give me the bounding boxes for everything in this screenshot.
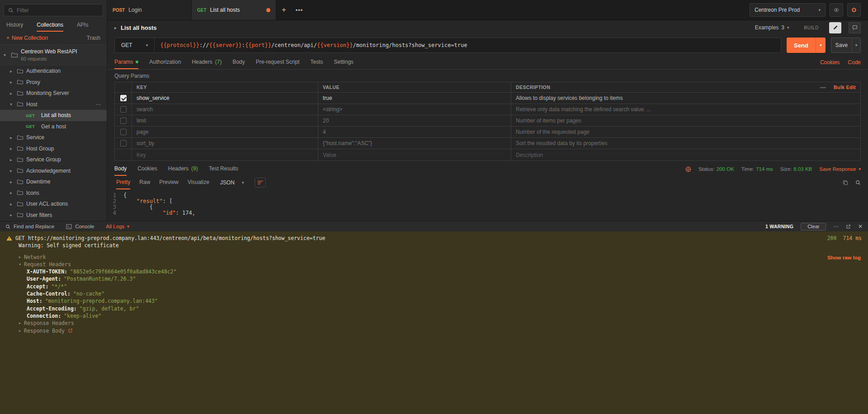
request-tab-login[interactable]: POST Login [107, 0, 192, 20]
tab-apis[interactable]: APIs [77, 22, 88, 32]
param-value[interactable]: {"host.name":"ASC"} [318, 138, 511, 149]
tab-history[interactable]: History [6, 22, 23, 32]
param-value[interactable]: 20 [318, 115, 511, 126]
environment-selector[interactable]: Centreon Pre Prod ▾ [750, 3, 826, 17]
tab-settings[interactable]: Settings [334, 56, 354, 69]
response-tab-cookies[interactable]: Cookies [137, 162, 157, 176]
external-link-icon[interactable] [68, 328, 73, 333]
param-checkbox[interactable] [120, 106, 127, 113]
param-key[interactable]: sort_by [132, 138, 318, 149]
param-key[interactable]: limit [132, 115, 318, 126]
console-options-icon[interactable]: ⋯ [833, 223, 839, 230]
view-tab-preview[interactable]: Preview [159, 176, 179, 189]
wrap-lines-button[interactable] [255, 178, 266, 188]
sidebar-folder-host[interactable]: ▾ Host ⋯ [0, 99, 107, 110]
comments-button[interactable] [849, 22, 861, 33]
params-options-icon[interactable]: ⋯ [820, 84, 826, 91]
environment-quick-look-button[interactable] [830, 3, 843, 17]
url-input[interactable]: {{protocol}}://{{server}}:{{port}}/centr… [155, 38, 781, 52]
method-selector[interactable]: GET ▾ [115, 38, 155, 52]
sidebar-folder-authentication[interactable]: ▸ Authentication [0, 66, 107, 77]
close-console-icon[interactable]: ✕ [858, 223, 863, 230]
tab-collections[interactable]: Collections [37, 22, 63, 32]
save-options-button[interactable]: ▾ [852, 38, 861, 53]
save-response-button[interactable]: Save Response ▾ [819, 166, 861, 172]
param-checkbox[interactable] [120, 129, 127, 135]
console-response-body-toggle[interactable]: ▸ Response Body [6, 327, 862, 334]
find-and-replace-button[interactable]: Find and Replace [5, 224, 54, 229]
param-description[interactable]: Number of the requested page [511, 127, 860, 137]
sidebar-folder-user-filters[interactable]: ▸ User filters [0, 210, 107, 221]
sidebar-folder-proxy[interactable]: ▸ Proxy [0, 77, 107, 88]
log-filter-dropdown[interactable]: All Logs ▾ [106, 224, 129, 229]
new-tab-button[interactable]: + [276, 0, 292, 20]
settings-button[interactable] [847, 3, 861, 17]
sidebar-folder-host-group[interactable]: ▸ Host Group [0, 143, 107, 155]
sidebar-folder-icons[interactable]: ▸ Icons [0, 188, 107, 199]
tab-params[interactable]: Params [114, 56, 138, 69]
param-checkbox-checked[interactable] [120, 95, 127, 101]
edit-request-button[interactable] [829, 22, 841, 33]
show-raw-log-link[interactable]: Show raw log [827, 254, 861, 261]
filter-input[interactable] [17, 7, 99, 14]
param-key[interactable]: show_service [132, 93, 318, 104]
code-link[interactable]: Code [848, 59, 861, 66]
folder-options-icon[interactable]: ⋯ [95, 101, 101, 108]
examples-dropdown[interactable]: Examples 3 ▾ [755, 24, 789, 31]
format-selector[interactable]: JSON ▾ [218, 176, 246, 189]
sidebar-request-list-all-hosts[interactable]: GET List all hosts [0, 110, 107, 121]
tab-options-button[interactable]: ••• [292, 0, 307, 20]
view-tab-raw[interactable]: Raw [139, 176, 150, 189]
param-key-placeholder[interactable]: Key [132, 149, 318, 160]
param-checkbox[interactable] [120, 140, 127, 146]
sidebar-folder-acknowledgement[interactable]: ▸ Acknowledgement [0, 165, 107, 177]
param-description[interactable]: Number of items per pages [511, 115, 860, 126]
param-value[interactable]: true [318, 93, 511, 104]
save-button[interactable]: Save [831, 38, 852, 53]
view-tab-pretty[interactable]: Pretty [116, 176, 130, 189]
console-request-headers-toggle[interactable]: ▾ Request Headers [6, 261, 862, 268]
sidebar-folder-user-acl-actions[interactable]: ▸ User ACL actions [0, 198, 107, 210]
copy-response-button[interactable] [843, 180, 848, 185]
console-network-toggle[interactable]: ▸ Network [6, 254, 862, 261]
sidebar-request-get-a-host[interactable]: GET Get a host [0, 121, 107, 132]
view-tab-visualize[interactable]: Visualize [188, 176, 209, 189]
param-description[interactable]: Allows to display services belonging to … [511, 93, 860, 104]
trash-button[interactable]: Trash [87, 35, 100, 41]
open-console-window-icon[interactable] [846, 224, 851, 229]
new-collection-button[interactable]: + New Collection [6, 35, 48, 41]
bulk-edit-link[interactable]: Bulk Edit [834, 85, 856, 90]
tab-tests[interactable]: Tests [310, 56, 323, 69]
console-request-entry[interactable]: GET https://monitoring-preprod.company.l… [6, 235, 862, 242]
param-description-placeholder[interactable]: Description [511, 149, 860, 160]
param-value[interactable]: <string> [318, 104, 511, 115]
filter-box[interactable] [4, 4, 103, 16]
search-response-button[interactable] [855, 180, 861, 185]
param-checkbox[interactable] [120, 118, 127, 124]
send-button[interactable]: Send [787, 38, 816, 53]
param-description[interactable]: Retrieve only data matching the defined … [511, 104, 860, 115]
sidebar-folder-service[interactable]: ▸ Service [0, 132, 107, 143]
param-value-placeholder[interactable]: Value [318, 149, 511, 160]
tab-headers[interactable]: Headers (7) [192, 56, 222, 69]
collapse-caret-icon[interactable]: ▸ [114, 25, 117, 30]
tab-pre-request-script[interactable]: Pre-request Script [256, 56, 300, 69]
response-tab-test-results[interactable]: Test Results [209, 162, 238, 176]
sidebar-folder-service-group[interactable]: ▸ Service Group [0, 154, 107, 165]
param-description[interactable]: Sort the resulted data by its properties [511, 138, 860, 149]
clear-console-button[interactable]: Clear [801, 223, 826, 231]
response-tab-headers[interactable]: Headers (9) [168, 162, 198, 176]
collection-root[interactable]: ▾ Centreon Web RestAPI 60 requests [0, 45, 107, 66]
response-tab-body[interactable]: Body [114, 162, 127, 176]
sidebar-folder-monitoring-server[interactable]: ▸ Monitoring Server [0, 88, 107, 99]
param-key[interactable]: search [132, 104, 318, 115]
response-body-viewer[interactable]: 1 { 2 "result": [ 3 { 4 "id": 174, [107, 189, 868, 221]
ssl-warning-icon[interactable] [685, 166, 691, 172]
tab-body[interactable]: Body [232, 56, 245, 69]
console-response-headers-toggle[interactable]: ▸ Response Headers [6, 320, 862, 327]
tab-authorization[interactable]: Authorization [149, 56, 181, 69]
sidebar-folder-downtime[interactable]: ▸ Downtime [0, 176, 107, 188]
cookies-link[interactable]: Cookies [820, 59, 840, 66]
console-button[interactable]: Console [66, 224, 94, 229]
send-options-button[interactable]: ▾ [816, 38, 826, 53]
